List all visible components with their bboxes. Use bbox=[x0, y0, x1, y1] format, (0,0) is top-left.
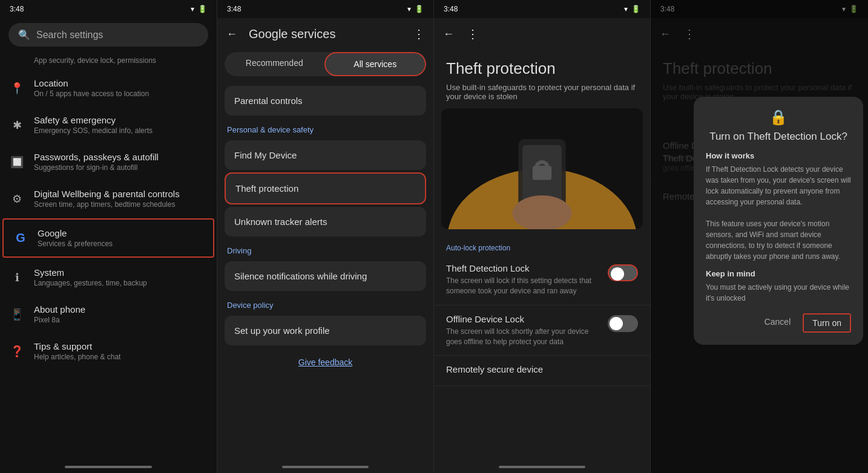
offline-lock-desc: The screen will lock shortly after your … bbox=[446, 327, 603, 347]
tips-item-text: Tips & support Help articles, phone & ch… bbox=[34, 341, 120, 361]
theft-protection-item[interactable]: Theft protection bbox=[225, 172, 426, 204]
svg-rect-8 bbox=[545, 198, 553, 218]
battery-icon: 🔋 bbox=[198, 5, 207, 13]
device-policy-label: Device policy bbox=[217, 293, 433, 313]
home-bar-2 bbox=[282, 466, 369, 468]
google-services-topbar: ← Google services ⋮ bbox=[217, 18, 433, 50]
keep-in-mind-body: You must be actively using your device w… bbox=[706, 282, 851, 304]
svg-rect-6 bbox=[529, 201, 536, 219]
keep-in-mind-label: Keep in mind bbox=[706, 269, 851, 278]
wifi-icon-2: ▾ bbox=[407, 5, 411, 13]
driving-label: Driving bbox=[217, 239, 433, 259]
back-button-2[interactable]: ← bbox=[222, 24, 242, 44]
theft-detection-toggle[interactable] bbox=[608, 264, 638, 281]
sidebar-item-passwords[interactable]: 🔲 Passwords, passkeys & autofill Suggest… bbox=[0, 143, 217, 180]
search-icon: 🔍 bbox=[18, 29, 30, 41]
parental-controls-item[interactable]: Parental controls bbox=[225, 86, 426, 116]
dialog-lock-icon: 🔒 bbox=[706, 109, 851, 126]
svg-rect-7 bbox=[538, 197, 545, 218]
theft-detection-dialog: 🔒 Turn on Theft Detection Lock? How it w… bbox=[694, 97, 863, 345]
tab-all-services[interactable]: All services bbox=[324, 52, 427, 76]
hero-image bbox=[441, 108, 643, 229]
offline-lock-title: Offline Device Lock bbox=[446, 314, 603, 324]
google-services-title: Google services bbox=[249, 27, 404, 41]
time-2: 3:48 bbox=[227, 5, 241, 13]
silence-driving-item[interactable]: Silence notifications while driving bbox=[225, 261, 426, 291]
passwords-item-text: Passwords, passkeys & autofill Suggestio… bbox=[34, 152, 159, 172]
dialog-title: Turn on Theft Detection Lock? bbox=[706, 131, 851, 143]
offline-lock-toggle[interactable] bbox=[608, 315, 638, 332]
how-it-works-label: How it works bbox=[706, 151, 851, 160]
status-bar-1: 3:48 ▾ 🔋 bbox=[0, 0, 217, 18]
offline-lock-text: Offline Device Lock The screen will lock… bbox=[446, 314, 603, 347]
battery-icon-2: 🔋 bbox=[415, 5, 424, 13]
auto-lock-label: Auto-lock protection bbox=[434, 239, 650, 255]
panel-settings: 3:48 ▾ 🔋 🔍 Search settings App security,… bbox=[0, 0, 217, 473]
theft-detection-row: Theft Detection Lock The screen will loc… bbox=[434, 255, 650, 305]
safety-icon: ✱ bbox=[10, 118, 24, 132]
panel-theft-protection: 3:48 ▾ 🔋 ← ⋮ Theft protection Use built-… bbox=[433, 0, 650, 473]
work-profile-item[interactable]: Set up your work profile bbox=[225, 316, 426, 345]
back-button-3[interactable]: ← bbox=[439, 24, 458, 44]
svg-rect-4 bbox=[533, 166, 551, 180]
unknown-tracker-item[interactable]: Unknown tracker alerts bbox=[225, 207, 426, 236]
dialog-actions: Cancel Turn on bbox=[706, 313, 851, 333]
svg-rect-9 bbox=[554, 201, 560, 218]
sidebar-item-system[interactable]: ℹ System Languages, gestures, time, back… bbox=[0, 259, 217, 296]
remotely-secure-title: Remotely secure device bbox=[446, 364, 638, 374]
sidebar-item-location[interactable]: 📍 Location On / 5 apps have access to lo… bbox=[0, 70, 217, 106]
tab-row: Recommended All services bbox=[225, 52, 426, 76]
time-1: 3:48 bbox=[10, 5, 24, 13]
services-scroll: Parental controls Personal & device safe… bbox=[217, 83, 433, 462]
time-3: 3:48 bbox=[444, 5, 458, 13]
theft-protection-topbar: ← ⋮ bbox=[434, 18, 650, 50]
theft-subtitle: Use built-in safeguards to protect your … bbox=[434, 83, 650, 108]
dialog-overlay: 🔒 Turn on Theft Detection Lock? How it w… bbox=[651, 0, 868, 473]
theft-detection-title: Theft Detection Lock bbox=[446, 263, 603, 273]
wifi-icon-3: ▾ bbox=[624, 5, 628, 13]
theft-title: Theft protection bbox=[434, 50, 650, 83]
sidebar-item-about[interactable]: 📱 About phone Pixel 8a bbox=[0, 296, 217, 333]
google-icon: G bbox=[13, 231, 28, 246]
battery-icon-3: 🔋 bbox=[631, 5, 640, 13]
how-it-works-body: If Theft Detection Lock detects your dev… bbox=[706, 164, 851, 262]
search-bar[interactable]: 🔍 Search settings bbox=[8, 23, 208, 47]
settings-list: 📍 Location On / 5 apps have access to lo… bbox=[0, 70, 217, 462]
sidebar-item-tips[interactable]: ❓ Tips & support Help articles, phone & … bbox=[0, 333, 217, 370]
passwords-icon: 🔲 bbox=[10, 155, 24, 169]
search-placeholder: Search settings bbox=[36, 30, 103, 41]
status-bar-3: 3:48 ▾ 🔋 bbox=[434, 0, 650, 18]
sidebar-item-wellbeing[interactable]: ⚙ Digital Wellbeing & parental controls … bbox=[0, 180, 217, 217]
find-my-device-item[interactable]: Find My Device bbox=[225, 140, 426, 170]
theft-scroll: Theft protection Use built-in safeguards… bbox=[434, 50, 650, 462]
sidebar-item-google[interactable]: G Google Services & preferences bbox=[2, 218, 214, 258]
offline-lock-row: Offline Device Lock The screen will lock… bbox=[434, 305, 650, 356]
about-item-text: About phone Pixel 8a bbox=[34, 304, 85, 324]
feedback-link[interactable]: Give feedback bbox=[217, 348, 433, 377]
more-button-3[interactable]: ⋮ bbox=[463, 24, 482, 44]
panel-google-services: 3:48 ▾ 🔋 ← Google services ⋮ Recommended… bbox=[217, 0, 433, 473]
system-item-text: System Languages, gestures, time, backup bbox=[34, 267, 147, 287]
sidebar-item-safety[interactable]: ✱ Safety & emergency Emergency SOS, medi… bbox=[0, 106, 217, 143]
turn-on-button[interactable]: Turn on bbox=[803, 313, 851, 333]
security-sub-label: App security, device lock, permissions bbox=[0, 54, 217, 70]
tab-recommended[interactable]: Recommended bbox=[225, 52, 324, 76]
home-bar-1 bbox=[65, 466, 151, 468]
tips-icon: ❓ bbox=[10, 344, 24, 359]
hero-svg bbox=[441, 108, 643, 229]
wifi-icon: ▾ bbox=[191, 5, 194, 13]
status-bar-2: 3:48 ▾ 🔋 bbox=[217, 0, 433, 18]
status-icons-2: ▾ 🔋 bbox=[407, 5, 424, 13]
status-icons-1: ▾ 🔋 bbox=[191, 5, 207, 13]
theft-detection-text: Theft Detection Lock The screen will loc… bbox=[446, 263, 603, 296]
home-bar-3 bbox=[499, 466, 585, 468]
panel-theft-dialog: 3:48 ▾ 🔋 ← ⋮ Theft protection Use built-… bbox=[650, 0, 868, 473]
wellbeing-icon: ⚙ bbox=[10, 192, 24, 206]
about-icon: 📱 bbox=[10, 307, 24, 322]
cancel-button[interactable]: Cancel bbox=[760, 313, 796, 333]
location-icon: 📍 bbox=[10, 81, 24, 96]
personal-safety-label: Personal & device safety bbox=[217, 118, 433, 138]
more-button-2[interactable]: ⋮ bbox=[409, 24, 429, 44]
location-item-text: Location On / 5 apps have access to loca… bbox=[34, 78, 149, 98]
remotely-secure-row: Remotely secure device bbox=[434, 356, 650, 386]
